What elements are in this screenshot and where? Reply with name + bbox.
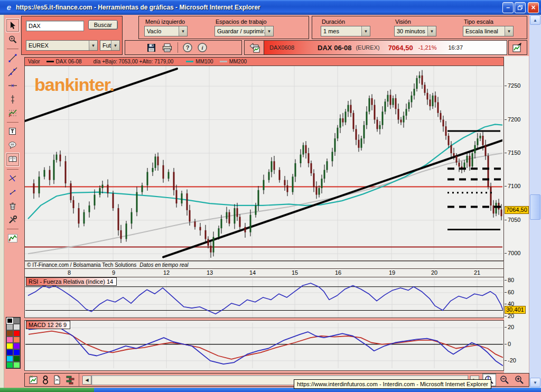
copyright-strip: © IT-Finance.com / Bolsamania Tech Solut…	[24, 261, 504, 269]
scroll-up-button[interactable]: ▲	[530, 15, 540, 25]
legend-swatch-mm100	[186, 61, 193, 62]
x-axis-label: 15	[292, 269, 298, 276]
close-button[interactable]: ×	[528, 2, 539, 13]
legend-day-range: día +Bajo: 7053,00 +Alto: 7179,00	[94, 59, 174, 64]
back-arrow-chart-icon[interactable]	[248, 42, 260, 53]
macd-panel[interactable]: MACD 12 26 9	[24, 320, 504, 371]
rail-divider	[7, 122, 18, 123]
x-axis-label: 12	[163, 269, 170, 276]
palette-swatch[interactable]	[13, 349, 20, 356]
zoom-in-button[interactable]	[513, 374, 526, 386]
svg-text:?: ?	[186, 44, 190, 51]
title-bar: e https://es5.it-finance.com - Herramien…	[0, 0, 541, 15]
x-axis-label: 21	[474, 269, 480, 276]
macd-svg	[25, 323, 503, 368]
chart-actions-group	[25, 374, 79, 386]
chevron-down-icon[interactable]: ▼	[361, 26, 370, 36]
vertical-scrollbar[interactable]: ▲ ▼	[529, 15, 541, 388]
quote-bar: DAX0608 DAX 06-08 (EUREX) 7064,50 -1,21%…	[264, 40, 507, 55]
palette-swatch[interactable]	[13, 356, 20, 362]
palette-swatch[interactable]	[6, 330, 13, 337]
legend-instrument: DAX 06-08	[56, 59, 82, 64]
save-icon[interactable]	[146, 43, 156, 53]
palette-swatch[interactable]	[13, 337, 20, 343]
start-button-edge[interactable]	[0, 388, 94, 392]
zoom-out-button[interactable]	[498, 374, 511, 386]
quote-price: 7064,50	[388, 44, 413, 52]
chevron-down-icon[interactable]: ▼	[427, 26, 436, 36]
chevron-down-icon[interactable]: ▼	[505, 26, 513, 36]
histogram-icon[interactable]	[65, 375, 76, 385]
axis-label: 7000	[508, 250, 520, 256]
scale-type-select[interactable]: Escala lineal▼	[463, 26, 514, 36]
trendline-segment-icon[interactable]	[6, 52, 19, 64]
palette-swatch[interactable]	[6, 318, 13, 324]
small-segment-icon[interactable]	[6, 186, 19, 199]
minimize-button[interactable]: –	[502, 2, 514, 13]
palette-swatch[interactable]	[13, 343, 20, 349]
fibonacci-tool-icon[interactable]	[6, 107, 19, 119]
palette-swatch[interactable]	[6, 343, 13, 349]
chevron-down-icon[interactable]: ▼	[265, 26, 273, 36]
chevron-down-icon[interactable]: ▼	[89, 41, 97, 50]
price-chart[interactable]: bankinter.	[24, 66, 504, 261]
vertical-scrollbar-thumb[interactable]	[530, 194, 540, 220]
text-tool-icon[interactable]	[6, 125, 19, 138]
legend-mm200: MM200	[229, 59, 247, 64]
market-select[interactable]: EUREX▼	[26, 40, 98, 51]
price-axis: 7000705071007150720072507064,50806040203…	[504, 56, 529, 387]
popout-chart-panel	[508, 40, 527, 55]
info-icon[interactable]: i	[197, 42, 208, 53]
left-menu-select[interactable]: Vacío▼	[144, 26, 188, 36]
palette-swatch[interactable]	[13, 330, 20, 337]
vertical-line-icon[interactable]	[6, 93, 19, 106]
palette-swatch[interactable]	[6, 362, 13, 368]
file-actions-panel: ? i	[125, 40, 242, 55]
x-axis-label: 8	[68, 269, 71, 276]
scroll-left-button[interactable]: ◀	[82, 376, 91, 385]
palette-swatch[interactable]	[6, 337, 13, 343]
rsi-tab[interactable]: RSI - Fuerza Relativa (índice) 14	[26, 277, 117, 286]
duration-select[interactable]: 1 mes▼	[321, 26, 370, 36]
popout-chart-icon[interactable]	[511, 42, 524, 53]
search-panel: Buscar EUREX▼ Futuro▼	[21, 16, 123, 55]
macd-tab[interactable]: MACD 12 26 9	[26, 321, 70, 329]
palette-swatch[interactable]	[6, 356, 13, 362]
x-axis-label: 13	[207, 269, 213, 276]
trash-icon[interactable]	[6, 200, 19, 212]
rsi-panel[interactable]: RSI - Fuerza Relativa (índice) 14	[24, 277, 504, 318]
comment-tool-icon[interactable]	[6, 139, 19, 152]
workspaces-select[interactable]: Guardar / suprimir...▼	[214, 26, 274, 36]
document-icon[interactable]	[52, 375, 62, 385]
toolbar-divider	[178, 42, 178, 53]
chevron-down-icon[interactable]: ▼	[179, 26, 187, 36]
search-button[interactable]: Buscar	[88, 20, 118, 30]
notebook-icon[interactable]	[6, 153, 20, 166]
print-icon[interactable]	[162, 43, 173, 53]
palette-swatch[interactable]	[6, 349, 13, 356]
erase-line-icon[interactable]	[6, 172, 19, 185]
palette-swatch[interactable]	[13, 324, 20, 330]
view-settings-panel: Duración 1 mes▼ Visión 30 minutos▼ Tipo …	[312, 16, 527, 39]
instrument-type-select[interactable]: Futuro▼	[100, 40, 120, 51]
chevron-down-icon[interactable]: ▼	[111, 41, 119, 50]
vision-select[interactable]: 30 minutos▼	[394, 26, 436, 36]
chart-legend: Valor DAX 06-08 día +Bajo: 7053,00 +Alto…	[24, 57, 504, 66]
indicator-chart-icon[interactable]	[6, 232, 19, 245]
last-price-badge: 7064,50	[505, 206, 529, 214]
palette-swatch[interactable]	[13, 362, 20, 368]
help-icon[interactable]: ?	[182, 42, 193, 53]
zoom-tool-icon[interactable]	[6, 33, 19, 46]
scroll-down-button[interactable]: ▼	[530, 378, 540, 387]
browser-window: e https://es5.it-finance.com - Herramien…	[0, 0, 541, 392]
restore-button[interactable]	[515, 2, 526, 13]
trendline-icon[interactable]	[6, 66, 19, 78]
palette-swatch[interactable]	[6, 324, 13, 330]
palette-swatch[interactable]	[13, 318, 20, 324]
horizontal-line-icon[interactable]	[6, 79, 19, 92]
symbol-search-input[interactable]	[26, 21, 84, 31]
key-icon[interactable]	[42, 375, 49, 385]
new-chart-icon[interactable]	[28, 375, 39, 385]
cursor-tool-icon[interactable]	[6, 18, 20, 32]
settings-tools-icon[interactable]	[6, 213, 19, 226]
